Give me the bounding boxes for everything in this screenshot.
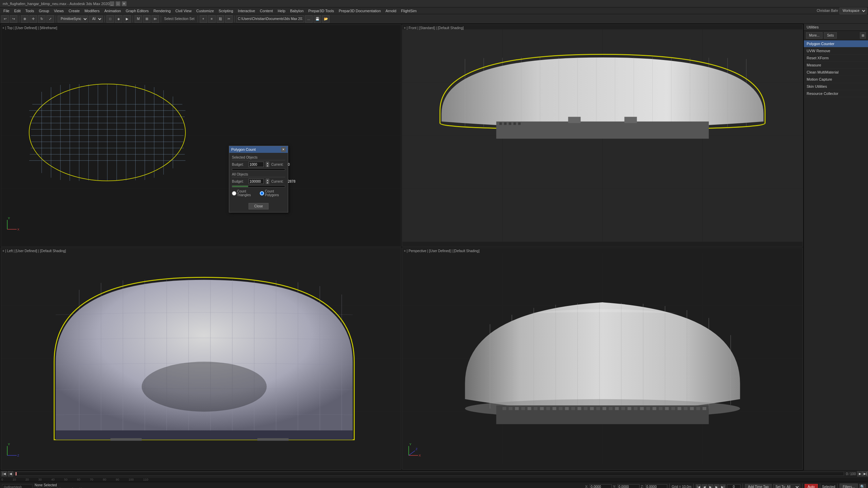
- all-budget-down-btn[interactable]: ▼: [266, 181, 269, 184]
- grid-btn[interactable]: ⊞: [860, 32, 866, 39]
- dialog-close-button[interactable]: Close: [249, 203, 269, 209]
- menu-tools[interactable]: Tools: [23, 8, 36, 14]
- link-btn[interactable]: ⛓: [217, 15, 224, 23]
- timeline-track[interactable]: [15, 472, 844, 476]
- menu-prepar3d-doc[interactable]: Prepar3D Documentation: [337, 8, 383, 14]
- menu-babylon[interactable]: Babylon: [288, 8, 306, 14]
- search-btn[interactable]: 🔍: [859, 484, 866, 488]
- radio-polygons[interactable]: [260, 191, 264, 196]
- play-next-btn[interactable]: ▶: [714, 484, 719, 488]
- play-start-btn[interactable]: |◀: [696, 484, 701, 488]
- viewport-top-left[interactable]: + | Top | [User Defined] | [Wireframe]: [1, 24, 401, 247]
- utility-skin-utilities[interactable]: Skin Utilities: [804, 83, 868, 90]
- scale-btn[interactable]: ⤢: [46, 15, 54, 23]
- render-setup-btn[interactable]: ◈: [115, 15, 122, 23]
- browse-btn[interactable]: ...: [305, 15, 313, 23]
- budget-up-btn[interactable]: ▲: [266, 162, 269, 164]
- layer-select[interactable]: All: [89, 16, 103, 22]
- timeline-start-btn[interactable]: |◀: [1, 471, 7, 476]
- add-time-tag-btn[interactable]: Add Time Tag: [745, 484, 772, 488]
- radio-triangles-label[interactable]: Count Triangles: [232, 189, 257, 197]
- timeline-prev-btn[interactable]: ◀: [8, 471, 13, 476]
- close-btn[interactable]: ✕: [122, 1, 126, 6]
- menu-customize[interactable]: Customize: [194, 8, 216, 14]
- svg-text:Y: Y: [8, 443, 10, 446]
- utility-uvw-remove[interactable]: UVW Remove: [804, 47, 868, 55]
- selected-budget-input[interactable]: [249, 162, 264, 167]
- budget-down-btn[interactable]: ▼: [266, 164, 269, 167]
- workspace-select[interactable]: Workspaces Default: [840, 7, 867, 14]
- unlink-btn[interactable]: ✂: [225, 15, 233, 23]
- sets-btn[interactable]: Sets: [824, 32, 837, 39]
- menu-edit[interactable]: Edit: [12, 8, 23, 14]
- menu-arnold[interactable]: Arnold: [383, 8, 398, 14]
- timeline-end-btn[interactable]: ▶|: [863, 471, 868, 476]
- mirror-btn[interactable]: ⧐: [152, 15, 159, 23]
- menu-content[interactable]: Content: [258, 8, 275, 14]
- menu-file[interactable]: File: [1, 8, 12, 14]
- menu-graph-editors[interactable]: Graph Editors: [124, 8, 151, 14]
- more-btn[interactable]: More...: [806, 32, 823, 39]
- dialog-close-btn[interactable]: ✕: [281, 147, 286, 152]
- display-btn[interactable]: □: [106, 15, 114, 23]
- create-btn[interactable]: +: [200, 15, 207, 23]
- maximize-btn[interactable]: □: [116, 1, 120, 6]
- radio-triangles[interactable]: [232, 191, 236, 196]
- redo-btn[interactable]: ↪: [10, 15, 17, 23]
- utility-measure[interactable]: Measure: [804, 62, 868, 69]
- menu-animation[interactable]: Animation: [102, 8, 123, 14]
- utility-resource-collector[interactable]: Resource Collector: [804, 90, 868, 97]
- coord-y-label: Y:: [613, 485, 616, 488]
- menu-prepar3d[interactable]: Prepar3D Tools: [306, 8, 336, 14]
- viewport-bottom-left[interactable]: + | Left | [User Defined] | [Default Sha…: [1, 247, 401, 470]
- menu-views[interactable]: Views: [52, 8, 66, 14]
- menu-rendering[interactable]: Rendering: [152, 8, 173, 14]
- play-end-btn[interactable]: ▶|: [720, 484, 726, 488]
- material-editor-btn[interactable]: M: [135, 15, 142, 23]
- svg-rect-123: [540, 407, 544, 410]
- align-btn[interactable]: ≡: [208, 15, 216, 23]
- outliner-panel[interactable]: OutlinerMesh: [2, 484, 33, 488]
- viewport-top-right[interactable]: + | Front | [Standard] | [Default Shadin…: [402, 24, 803, 247]
- svg-rect-148: [696, 407, 700, 410]
- menu-modifiers[interactable]: Modifiers: [82, 8, 102, 14]
- radio-polygons-label[interactable]: Count Polygons: [260, 189, 285, 197]
- window-controls[interactable]: _ □ ✕: [110, 1, 126, 6]
- all-budget-input[interactable]: [249, 179, 264, 184]
- rotate-btn[interactable]: ↻: [38, 15, 45, 23]
- move-btn[interactable]: ✛: [29, 15, 37, 23]
- coord-z-input[interactable]: [645, 484, 667, 488]
- filters-btn[interactable]: Filters...: [840, 484, 858, 488]
- mode-select[interactable]: PrimitiveSync: [58, 16, 88, 22]
- coord-y-input[interactable]: [617, 484, 639, 488]
- coord-x-input[interactable]: [590, 484, 612, 488]
- utility-motion-capture[interactable]: Motion Capture: [804, 76, 868, 83]
- menu-group[interactable]: Group: [37, 8, 51, 14]
- save-btn[interactable]: 💾: [314, 15, 321, 23]
- snap-btn[interactable]: ⊞: [143, 15, 151, 23]
- minimize-btn[interactable]: _: [110, 1, 114, 6]
- utility-clean-multimaterial[interactable]: Clean MultiMaterial: [804, 69, 868, 76]
- auto-key-btn[interactable]: Auto: [805, 484, 818, 488]
- utility-reset-xform[interactable]: Reset XForm: [804, 55, 868, 62]
- open-btn[interactable]: 📂: [322, 15, 330, 23]
- menu-interactive[interactable]: Interactive: [236, 8, 257, 14]
- utility-polygon-counter[interactable]: Polygon Counter: [804, 40, 868, 47]
- timeline-next-btn[interactable]: ▶: [857, 471, 863, 476]
- viewport-bottom-right[interactable]: + | Perspective | [User Defined] | [Defa…: [402, 247, 803, 470]
- current-frame-input[interactable]: [727, 484, 741, 488]
- render-btn[interactable]: ▶: [123, 15, 131, 23]
- menu-create[interactable]: Create: [66, 8, 82, 14]
- all-budget-up-btn[interactable]: ▲: [266, 179, 269, 181]
- play-prev-btn[interactable]: ◀: [702, 484, 707, 488]
- menu-flightsim[interactable]: FlightSim: [399, 8, 419, 14]
- timeline-end-controls: 0 / 100: [845, 472, 857, 476]
- menu-help[interactable]: Help: [276, 8, 288, 14]
- path-input[interactable]: [236, 16, 304, 22]
- play-btn[interactable]: ▶: [708, 484, 713, 488]
- set-to-select[interactable]: Set To: All: [773, 484, 800, 488]
- undo-btn[interactable]: ↩: [1, 15, 9, 23]
- menu-scripting[interactable]: Scripting: [217, 8, 235, 14]
- select-btn[interactable]: ⊕: [21, 15, 28, 23]
- menu-civil-view[interactable]: Civil View: [173, 8, 193, 14]
